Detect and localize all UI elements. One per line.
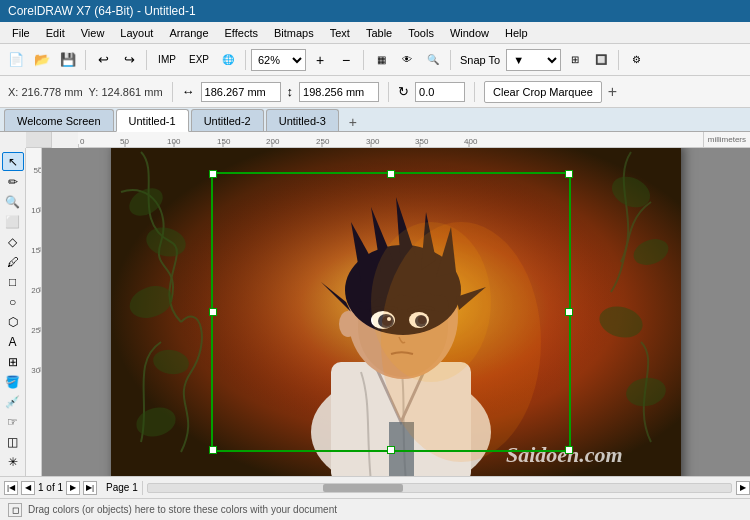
scroll-right-btn[interactable]: ▶ (736, 481, 750, 495)
main-toolbar: 📄 📂 💾 ↩ ↪ IMP EXP 🌐 62% 50% 100% 200% + … (0, 44, 750, 76)
view-btn3[interactable]: 🔍 (421, 48, 445, 72)
title-bar: CorelDRAW X7 (64-Bit) - Untitled-1 (0, 0, 750, 22)
snap-combo[interactable]: ▼ (506, 49, 561, 71)
new-tab-button[interactable]: + (343, 113, 363, 131)
title-text: CorelDRAW X7 (64-Bit) - Untitled-1 (8, 4, 196, 18)
menu-edit[interactable]: Edit (38, 25, 73, 41)
svg-point-67 (371, 222, 491, 382)
context-toolbar: X: 216.778 mm Y: 124.861 mm ↔ ↕ ↻ Clear … (0, 76, 750, 108)
view-btn1[interactable]: ▦ (369, 48, 393, 72)
height-input[interactable] (299, 82, 379, 102)
snap-to-label: Snap To (460, 54, 500, 66)
menu-view[interactable]: View (73, 25, 113, 41)
tool-table[interactable]: ⊞ (2, 353, 24, 372)
page-indicator: 1 of 1 (38, 482, 63, 493)
new-button[interactable]: 📄 (4, 48, 28, 72)
menu-tools[interactable]: Tools (400, 25, 442, 41)
save-button[interactable]: 💾 (56, 48, 80, 72)
next-page-btn[interactable]: ▶ (66, 481, 80, 495)
svg-text:350: 350 (415, 137, 429, 146)
hint-text: Drag colors (or objects) here to store t… (28, 504, 742, 515)
menu-file[interactable]: File (4, 25, 38, 41)
width-input[interactable] (201, 82, 281, 102)
import-button[interactable]: IMP (152, 48, 182, 72)
x-coord-icon: ↔ (182, 84, 195, 99)
tool-polygon[interactable]: ⬡ (2, 313, 24, 332)
plus-icon: + (608, 83, 617, 101)
svg-text:0: 0 (80, 137, 85, 146)
tab-untitled2[interactable]: Untitled-2 (191, 109, 264, 131)
ruler-vertical: 50 100 150 200 250 300 (26, 148, 42, 476)
tool-ellipse[interactable]: ○ (2, 292, 24, 311)
ruler-h-svg: 0 50 100 150 200 250 300 350 400 (78, 132, 750, 148)
publish-button[interactable]: 🌐 (216, 48, 240, 72)
menu-bitmaps[interactable]: Bitmaps (266, 25, 322, 41)
svg-text:200: 200 (31, 286, 42, 295)
ruler-unit-label: millimeters (703, 132, 750, 147)
menu-bar: File Edit View Layout Arrange Effects Bi… (0, 22, 750, 44)
tabs-bar: Welcome Screen Untitled-1 Untitled-2 Unt… (0, 108, 750, 132)
prev-page-btn[interactable]: ◀ (21, 481, 35, 495)
ruler-v-svg: 50 100 150 200 250 300 (26, 148, 42, 476)
angle-input[interactable] (415, 82, 465, 102)
tool-freehand[interactable]: ✏ (2, 172, 24, 191)
svg-text:250: 250 (316, 137, 330, 146)
menu-window[interactable]: Window (442, 25, 497, 41)
menu-effects[interactable]: Effects (217, 25, 266, 41)
hscroll-thumb[interactable] (323, 484, 403, 492)
zoom-in-button[interactable]: + (308, 48, 332, 72)
coord-y-label: Y: 124.861 mm (89, 86, 163, 98)
tool-shadow[interactable]: ◫ (2, 433, 24, 452)
options-btn[interactable]: ⚙ (624, 48, 648, 72)
svg-text:150: 150 (217, 137, 231, 146)
tool-pen[interactable]: 🖊 (2, 252, 24, 271)
color-status-bar: ◻ Drag colors (or objects) here to store… (0, 498, 750, 520)
svg-text:400: 400 (464, 137, 478, 146)
export-button[interactable]: EXP (184, 48, 214, 72)
zoom-combo[interactable]: 62% 50% 100% 200% (251, 49, 306, 71)
undo-button[interactable]: ↩ (91, 48, 115, 72)
menu-help[interactable]: Help (497, 25, 536, 41)
svg-text:250: 250 (31, 326, 42, 335)
hscroll-track[interactable] (147, 483, 732, 493)
tab-untitled1[interactable]: Untitled-1 (116, 109, 189, 132)
tool-rect[interactable]: □ (2, 272, 24, 291)
menu-table[interactable]: Table (358, 25, 400, 41)
svg-text:50: 50 (33, 166, 41, 175)
color-box[interactable]: ◻ (8, 503, 22, 517)
ruler-h-wrapper: 0 50 100 150 200 250 300 350 400 millime… (26, 132, 750, 148)
svg-point-65 (339, 311, 357, 337)
canvas-area[interactable]: Saidoen.com (42, 148, 750, 476)
tool-blur[interactable]: ✳ (2, 453, 24, 472)
tool-eyedrop[interactable]: 💉 (2, 393, 24, 412)
tool-pointer[interactable]: ↖ (2, 152, 24, 171)
snap-btn2[interactable]: 🔲 (589, 48, 613, 72)
zoom-out-button[interactable]: − (334, 48, 358, 72)
page-nav: |◀ ◀ 1 of 1 ▶ ▶| Page 1 (0, 481, 143, 495)
open-button[interactable]: 📂 (30, 48, 54, 72)
clear-crop-button[interactable]: Clear Crop Marquee (484, 81, 602, 103)
menu-text[interactable]: Text (322, 25, 358, 41)
svg-text:Saidoen.com: Saidoen.com (506, 442, 623, 467)
ruler-horizontal: 0 50 100 150 200 250 300 350 400 millime… (78, 132, 750, 148)
canvas-ruler-area: 50 100 150 200 250 300 (26, 148, 750, 476)
tab-welcome[interactable]: Welcome Screen (4, 109, 114, 131)
snap-btn1[interactable]: ⊞ (563, 48, 587, 72)
tool-interact[interactable]: ☞ (2, 413, 24, 432)
view-btn2[interactable]: 👁 (395, 48, 419, 72)
menu-layout[interactable]: Layout (112, 25, 161, 41)
tool-zoom[interactable]: 🔍 (2, 192, 24, 211)
tool-text[interactable]: A (2, 333, 24, 352)
last-page-btn[interactable]: ▶| (83, 481, 97, 495)
ctx-sep1 (172, 82, 173, 102)
ruler-corner (26, 132, 52, 148)
first-page-btn[interactable]: |◀ (4, 481, 18, 495)
menu-arrange[interactable]: Arrange (161, 25, 216, 41)
tool-fill[interactable]: 🪣 (2, 373, 24, 392)
tool-crop[interactable]: ⬜ (2, 212, 24, 231)
tab-untitled3[interactable]: Untitled-3 (266, 109, 339, 131)
toolbar-separator-1 (85, 50, 86, 70)
toolbar-separator-3 (245, 50, 246, 70)
tool-shape[interactable]: ◇ (2, 232, 24, 251)
redo-button[interactable]: ↪ (117, 48, 141, 72)
